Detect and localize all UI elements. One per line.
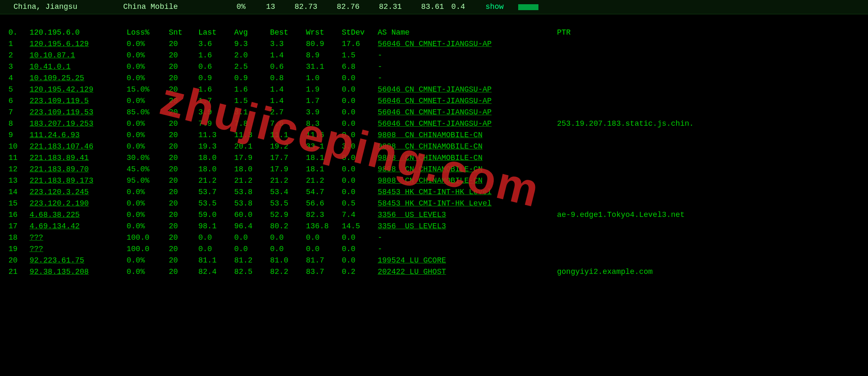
hop-ip[interactable]: 10.109.25.25 [30, 73, 127, 84]
hdr-stdev: StDev [342, 27, 378, 38]
hop-ip[interactable]: 92.38.135.208 [30, 266, 127, 278]
hop-stdev: 0.0 [342, 187, 378, 198]
hop-num: 21 [8, 266, 30, 278]
hop-wrst: 80.9 [306, 38, 342, 50]
hop-wrst: 21.2 [306, 175, 342, 187]
hop-last: 0.0 [198, 243, 234, 255]
hop-best: 1.4 [270, 95, 306, 107]
hop-ip[interactable]: 10.10.87.1 [30, 50, 127, 61]
hop-as[interactable]: 202422 LU GHOST [378, 266, 557, 278]
summary-v3: 82.31 [360, 1, 402, 13]
hop-wrst: 1.7 [306, 95, 342, 107]
hop-stdev: 0.5 [342, 198, 378, 209]
hop-ip[interactable]: 183.207.19.253 [30, 118, 127, 130]
hop-wrst: 3.9 [306, 107, 342, 118]
hop-loss: 85.0% [127, 107, 169, 118]
hop-best: 21.2 [270, 175, 306, 187]
hop-loss: 0.0% [127, 266, 169, 278]
table-row: 2192.38.135.2080.0%2082.482.582.283.70.2… [8, 266, 868, 278]
hop-as[interactable]: 58453 HK CMI-INT-HK Level [378, 198, 557, 209]
hdr-best: Best [270, 27, 306, 38]
summary-isp: China Mobile [123, 1, 216, 13]
hop-ip[interactable]: 221.183.89.70 [30, 164, 127, 175]
hop-as[interactable]: 9808 CN CHINAMOBILE-CN [378, 175, 557, 187]
hop-as[interactable]: 56046 CN CMNET-JIANGSU-AP [378, 118, 557, 130]
summary-location: China, Jiangsu [14, 1, 123, 13]
table-row: 9111.24.6.930.0%2011.311.311.111.60.0980… [8, 130, 868, 141]
hop-num: 7 [8, 107, 30, 118]
hop-num: 10 [8, 141, 30, 152]
hop-as[interactable]: 56046 CN CMNET-JIANGSU-AP [378, 107, 557, 118]
hop-last: 7.9 [198, 118, 234, 130]
hop-snt: 20 [169, 50, 198, 61]
hop-as[interactable]: 56046 CN CMNET-JIANGSU-AP [378, 38, 557, 50]
hop-snt: 20 [169, 38, 198, 50]
hop-snt: 20 [169, 61, 198, 73]
hop-snt: 20 [169, 198, 198, 209]
hop-ip[interactable]: 92.223.61.75 [30, 255, 127, 266]
hop-loss: 0.0% [127, 187, 169, 198]
hop-as[interactable]: 56046 CN CMNET-JIANGSU-AP [378, 95, 557, 107]
hop-num: 6 [8, 95, 30, 107]
show-link[interactable]: show [478, 1, 511, 13]
hop-num: 18 [8, 232, 30, 243]
hop-num: 2 [8, 50, 30, 61]
hop-as[interactable]: 3356 US LEVEL3 [378, 221, 557, 232]
hop-as[interactable]: 9808 CN CHINAMOBILE-CN [378, 164, 557, 175]
hop-as[interactable]: 56046 CN CMNET-JIANGSU-AP [378, 84, 557, 95]
hop-avg: 2.5 [234, 61, 270, 73]
hop-last: 53.7 [198, 187, 234, 198]
hop-ip[interactable]: 223.120.3.245 [30, 187, 127, 198]
hop-best: 1.4 [270, 50, 306, 61]
table-row: 15223.120.2.1900.0%2053.553.853.556.60.5… [8, 198, 868, 209]
hop-ip[interactable]: 4.68.38.225 [30, 209, 127, 221]
hop-snt: 20 [169, 130, 198, 141]
hop-ip[interactable]: 221.183.107.46 [30, 141, 127, 152]
table-row: 210.10.87.10.0%201.62.01.48.91.5- [8, 50, 868, 61]
hop-wrst: 33.1 [306, 141, 342, 152]
hop-ip[interactable]: 120.195.6.129 [30, 38, 127, 50]
hop-as[interactable]: 3356 US LEVEL3 [378, 209, 557, 221]
hop-ip[interactable]: 223.109.119.53 [30, 107, 127, 118]
hop-ip[interactable]: 223.120.2.190 [30, 198, 127, 209]
hop-avg: 53.8 [234, 198, 270, 209]
hop-loss: 0.0% [127, 118, 169, 130]
hop-stdev: 7.4 [342, 209, 378, 221]
hop-as[interactable]: 199524 LU GCORE [378, 255, 557, 266]
hop-ip[interactable]: 221.183.89.173 [30, 175, 127, 187]
hop-last: 1.7 [198, 95, 234, 107]
hop-stdev: 0.0 [342, 73, 378, 84]
hop-ip[interactable]: 120.195.42.129 [30, 84, 127, 95]
hop-wrst: 56.6 [306, 198, 342, 209]
hop-num: 20 [8, 255, 30, 266]
hop-ip[interactable]: 111.24.6.93 [30, 130, 127, 141]
hop-as[interactable]: 9808 CN CHINAMOBILE-CN [378, 152, 557, 164]
hop-num: 17 [8, 221, 30, 232]
hop-avg: 18.0 [234, 164, 270, 175]
hop-stdev: 0.0 [342, 107, 378, 118]
hop-as[interactable]: 9808 CN CHINAMOBILE-CN [378, 141, 557, 152]
hop-avg: 0.0 [234, 243, 270, 255]
hop-ip[interactable]: 223.109.119.5 [30, 95, 127, 107]
hdr-wrst: Wrst [306, 27, 342, 38]
hop-as[interactable]: 9808 CN CHINAMOBILE-CN [378, 130, 557, 141]
hop-as: - [378, 50, 557, 61]
hop-as[interactable]: 58453 HK CMI-INT-HK Level [378, 187, 557, 198]
hop-ip[interactable]: 10.41.0.1 [30, 61, 127, 73]
hop-ip[interactable]: ??? [30, 232, 127, 243]
hop-loss: 0.0% [127, 198, 169, 209]
hop-stdev: 0.0 [342, 255, 378, 266]
hop-loss: 0.0% [127, 141, 169, 152]
hop-ip[interactable]: 4.69.134.42 [30, 221, 127, 232]
table-row: 6223.109.119.50.0%201.71.51.41.70.056046… [8, 95, 868, 107]
hop-ip[interactable]: ??? [30, 243, 127, 255]
table-row: 13221.183.89.17395.0%2021.221.221.221.20… [8, 175, 868, 187]
hop-num: 8 [8, 118, 30, 130]
hdr-ptr: PTR [557, 27, 868, 38]
hdr-loss: Loss% [127, 27, 169, 38]
summary-sd: 0.4 [444, 1, 478, 13]
hop-ip[interactable]: 221.183.89.41 [30, 152, 127, 164]
hop-num: 9 [8, 130, 30, 141]
hop-wrst: 0.0 [306, 243, 342, 255]
table-header-row: 0. 120.195.6.0 Loss% Snt Last Avg Best W… [8, 27, 868, 38]
